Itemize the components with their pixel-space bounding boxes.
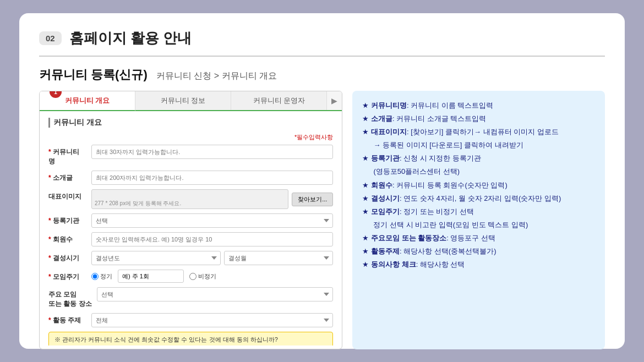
- select-formed-month[interactable]: 결성월: [224, 251, 333, 265]
- page-title: 커뮤니티 등록(신규) 커뮤니티 신청 > 커뮤니티 개요: [39, 67, 605, 83]
- section-title: 홈페이지 활용 안내: [69, 29, 192, 48]
- info-panel: ★ 커뮤니티명: 커뮤니티 이름 텍스트입력 ★ 소개글: 커뮤니티 소개글 텍…: [352, 91, 605, 349]
- info-line-8: ★ 활동주제: 해당사항 선택(중복선택불가): [362, 245, 595, 257]
- info-line-7: ★ 주요모임 또는 활동장소: 영등포구 선택: [362, 232, 595, 244]
- tab-operator[interactable]: 커뮤니티 운영자: [231, 91, 327, 110]
- label-main-location: 주요 모임또는 활동 장소: [48, 287, 92, 309]
- info-line-5: ★ 결성시기: 연도 숫자 4자리, 월 숫자 2자리 입력(숫자만 입력): [362, 193, 595, 205]
- label-org: * 등록기관: [48, 213, 87, 226]
- select-formed-year[interactable]: 결성년도: [91, 251, 221, 265]
- form-body: 커뮤니티 개요 *필수입력사항 * 커뮤니티 명 * 소개글 대표이미지: [40, 111, 342, 345]
- tab-info[interactable]: 커뮤니티 정보: [135, 91, 231, 110]
- section-header: 02 홈페이지 활용 안내: [39, 29, 605, 57]
- find-image-button[interactable]: 찾아보기...: [292, 193, 333, 206]
- input-members[interactable]: [91, 232, 333, 246]
- form-section-title: 커뮤니티 개요: [48, 118, 333, 128]
- row-image: 대표이미지 277 * 208 px에 맞게 등록해 주세요. 찾아보기...: [48, 189, 333, 209]
- content-area: 1 커뮤니티 개요 커뮤니티 정보 커뮤니티 운영자 ▶ 커뮤니티 개요 *필수…: [39, 91, 605, 349]
- select-org[interactable]: 선택: [91, 213, 333, 228]
- consent-question: ※ 관리자가 커뮤니티 소식 건에 최솟값 수정할 수 있다는 것에 대해 동의…: [54, 336, 327, 344]
- label-formed: * 결성시기: [48, 251, 87, 263]
- info-line-0: ★ 커뮤니티명: 커뮤니티 이름 텍스트입력: [362, 100, 595, 112]
- info-line-6b: 정기 선택 시 비고란 입력(모임 빈도 텍스트 입력): [373, 219, 595, 231]
- row-community-name: * 커뮤니티 명: [48, 145, 333, 166]
- tab-arrow: ▶: [327, 91, 342, 110]
- select-activity-theme[interactable]: 전체: [91, 313, 333, 327]
- info-line-3: ★ 등록기관: 신청 시 지정한 등록기관: [362, 152, 595, 164]
- row-formed: * 결성시기 결성년도 결성월: [48, 251, 333, 265]
- section-number: 02: [39, 31, 62, 45]
- meeting-cycle-group: 정기 비정기: [91, 270, 333, 283]
- info-line-3b: (영등포50플러스센터 선택): [373, 166, 595, 178]
- tabs-row: 1 커뮤니티 개요 커뮤니티 정보 커뮤니티 운영자 ▶: [40, 91, 342, 111]
- input-intro[interactable]: [91, 171, 333, 185]
- radio-regular[interactable]: [91, 273, 99, 280]
- image-placeholder: 277 * 208 px에 맞게 등록해 주세요.: [91, 189, 288, 209]
- info-line-1: ★ 소개글: 커뮤니티 소개글 텍스트입력: [362, 113, 595, 125]
- info-line-2b: → 등록된 이미지 [다운로드] 클릭하여 내려받기: [373, 139, 595, 151]
- info-line-9: ★ 동의사항 체크: 해당사항 선택: [362, 259, 595, 271]
- consent-box: ※ 관리자가 커뮤니티 소식 건에 최솟값 수정할 수 있다는 것에 대해 동의…: [48, 332, 333, 345]
- radio-non-regular-label[interactable]: 비정기: [189, 272, 216, 281]
- input-cycle-example[interactable]: [118, 270, 184, 283]
- input-community-name[interactable]: [91, 145, 333, 159]
- label-activity-theme: * 활동 주제: [48, 313, 87, 325]
- image-row: 277 * 208 px에 맞게 등록해 주세요. 찾아보기...: [91, 189, 333, 209]
- label-meeting-cycle: * 모임주기: [48, 270, 87, 282]
- info-line-6: ★ 모임주기: 정기 또는 비정기 선택: [362, 206, 595, 218]
- label-intro: * 소개글: [48, 171, 87, 183]
- info-line-4: ★ 회원수: 커뮤니티 등록 회원수(숫자만 입력): [362, 179, 595, 191]
- form-panel: 1 커뮤니티 개요 커뮤니티 정보 커뮤니티 운영자 ▶ 커뮤니티 개요 *필수…: [39, 91, 342, 349]
- row-meeting-cycle: * 모임주기 정기 비정기: [48, 270, 333, 283]
- select-main-location[interactable]: 선택: [97, 287, 333, 301]
- label-community-name: * 커뮤니티 명: [48, 145, 87, 166]
- row-activity-theme: * 활동 주제 전체: [48, 313, 333, 327]
- row-main-location: 주요 모임또는 활동 장소 선택: [48, 287, 333, 309]
- formed-group: 결성년도 결성월: [91, 251, 333, 265]
- required-note: *필수입력사항: [48, 133, 333, 141]
- label-image: 대표이미지: [48, 189, 87, 201]
- radio-regular-label[interactable]: 정기: [91, 272, 112, 281]
- row-members: * 회원수: [48, 232, 333, 246]
- info-line-2: ★ 대표이미지: [찾아보기] 클릭하기→ 내컴퓨터 이미지 업로드: [362, 126, 595, 138]
- label-members: * 회원수: [48, 232, 87, 244]
- row-intro: * 소개글: [48, 171, 333, 185]
- main-card: 02 홈페이지 활용 안내 커뮤니티 등록(신규) 커뮤니티 신청 > 커뮤니티…: [19, 13, 625, 349]
- radio-non-regular[interactable]: [189, 273, 197, 280]
- row-org: * 등록기관 선택: [48, 213, 333, 228]
